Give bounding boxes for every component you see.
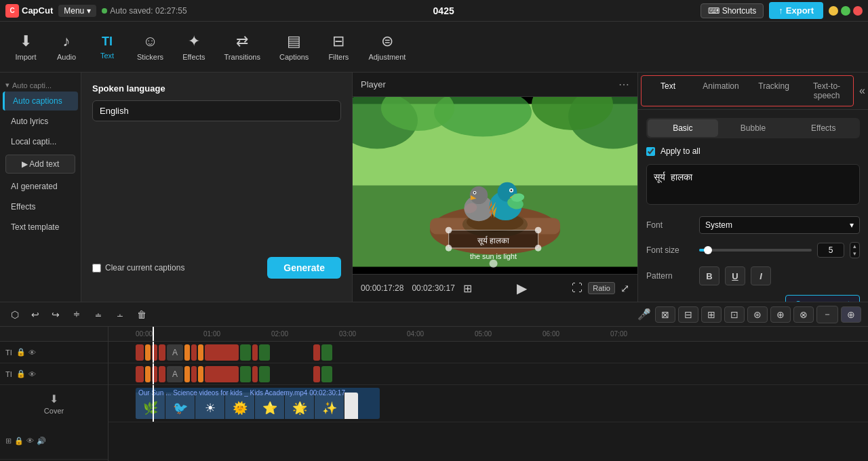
subtab-effects[interactable]: Effects bbox=[788, 119, 859, 137]
track-2-lock[interactable]: 🔒 bbox=[16, 369, 26, 378]
grid-view-button[interactable]: ⊞ bbox=[463, 282, 472, 295]
maximize-button[interactable] bbox=[841, 6, 850, 16]
tl-tool-6[interactable]: ⊕ bbox=[770, 306, 791, 323]
clip[interactable] bbox=[198, 344, 203, 361]
tl-tool-5[interactable]: ⊛ bbox=[747, 306, 768, 323]
font-size-up-button[interactable]: ▴ bbox=[850, 243, 859, 250]
play-button[interactable]: ▶ bbox=[517, 280, 527, 296]
generate-button[interactable]: Generate bbox=[267, 257, 341, 279]
collapse-panel-button[interactable]: « bbox=[856, 82, 868, 100]
clip[interactable] bbox=[145, 344, 151, 361]
clip[interactable] bbox=[321, 344, 332, 361]
ratio-button[interactable]: Ratio bbox=[588, 282, 615, 294]
video-track-speaker[interactable]: 🔊 bbox=[37, 437, 46, 445]
split-video-button[interactable]: ⫠ bbox=[111, 307, 129, 322]
clip[interactable] bbox=[259, 344, 270, 361]
clip[interactable] bbox=[184, 344, 190, 361]
track-2-clips[interactable]: A bbox=[136, 366, 332, 382]
sidebar-item-effects[interactable]: Effects bbox=[3, 197, 78, 216]
sidebar-item-auto-captions[interactable]: Auto captions bbox=[3, 92, 78, 111]
tool-stickers[interactable]: ☺ Stickers bbox=[129, 28, 172, 65]
tool-audio[interactable]: ♪ Audio bbox=[47, 28, 85, 65]
clip[interactable] bbox=[198, 366, 203, 382]
sidebar-item-local-captions[interactable]: Local capti... bbox=[3, 132, 78, 151]
subtab-bubble[interactable]: Bubble bbox=[718, 119, 789, 137]
clip[interactable] bbox=[136, 366, 144, 382]
fullscreen-button[interactable]: ⤢ bbox=[620, 282, 629, 295]
clip[interactable] bbox=[152, 344, 157, 361]
clip[interactable] bbox=[191, 344, 197, 361]
clip[interactable] bbox=[159, 344, 165, 361]
split-audio-button[interactable]: ⫨ bbox=[90, 307, 107, 322]
clip[interactable] bbox=[252, 366, 258, 382]
tab-text[interactable]: Text bbox=[642, 76, 694, 106]
clip[interactable] bbox=[159, 366, 165, 382]
track-1-clips[interactable]: A bbox=[136, 344, 332, 361]
shortcuts-button[interactable]: ⌨ Shortcuts bbox=[701, 3, 764, 18]
menu-button[interactable]: Menu ▾ bbox=[58, 5, 96, 17]
redo-button[interactable]: ↪ bbox=[47, 307, 64, 322]
delete-button[interactable]: 🗑 bbox=[133, 307, 151, 322]
clip-text[interactable]: A bbox=[167, 366, 183, 382]
track-2-eye[interactable]: 👁 bbox=[28, 369, 36, 378]
split-button[interactable]: ⫩ bbox=[68, 307, 85, 322]
clear-captions-checkbox[interactable] bbox=[92, 264, 101, 273]
text-content-input[interactable]: सूर्य हालका bbox=[646, 164, 860, 205]
font-size-input[interactable] bbox=[817, 243, 844, 258]
auto-caption-section[interactable]: ▾ Auto capti... bbox=[0, 78, 81, 91]
clip[interactable] bbox=[240, 344, 251, 361]
clip[interactable] bbox=[321, 366, 332, 382]
select-tool-button[interactable]: ⬡ bbox=[7, 307, 23, 322]
language-select[interactable]: English Spanish French German bbox=[92, 100, 341, 121]
video-track-lock[interactable]: 🔒 bbox=[14, 437, 24, 445]
tool-captions[interactable]: ▤ Captions bbox=[271, 28, 317, 65]
tool-transitions[interactable]: ⇄ Transitions bbox=[216, 28, 269, 65]
clip[interactable] bbox=[152, 366, 157, 382]
tl-tool-4[interactable]: ⊡ bbox=[724, 306, 745, 323]
tool-filters[interactable]: ⊟ Filters bbox=[319, 28, 357, 65]
video-clip[interactable]: Our Sun ... Science videos for kids _ Ki… bbox=[136, 388, 380, 419]
clip[interactable] bbox=[313, 344, 320, 361]
tl-tool-7[interactable]: ⊗ bbox=[793, 306, 814, 323]
microphone-button[interactable]: 🎤 bbox=[637, 308, 651, 321]
cover-track-label[interactable]: ⬇ Cover bbox=[0, 385, 108, 422]
clip-text[interactable]: A bbox=[167, 344, 183, 361]
sidebar-item-auto-lyrics[interactable]: Auto lyrics bbox=[3, 112, 78, 131]
save-preset-button[interactable]: Save as preset bbox=[785, 295, 860, 302]
export-button[interactable]: ↑ Export bbox=[769, 2, 823, 19]
clip[interactable] bbox=[184, 366, 190, 382]
clip[interactable] bbox=[145, 366, 151, 382]
subtab-basic[interactable]: Basic bbox=[648, 119, 718, 137]
clip[interactable] bbox=[313, 366, 320, 382]
add-text-section[interactable]: ▶ Add text bbox=[5, 155, 75, 174]
sidebar-item-text-template[interactable]: Text template bbox=[3, 218, 78, 237]
minimize-button[interactable] bbox=[829, 6, 838, 16]
clip[interactable] bbox=[205, 366, 239, 382]
zoom-in-button[interactable]: ⊕ bbox=[841, 306, 861, 323]
clip[interactable] bbox=[259, 366, 270, 382]
font-size-down-button[interactable]: ▾ bbox=[850, 250, 859, 258]
tl-tool-1[interactable]: ⊠ bbox=[655, 306, 675, 323]
zoom-out-button[interactable]: － bbox=[816, 306, 838, 323]
close-button[interactable] bbox=[853, 6, 863, 16]
tl-tool-2[interactable]: ⊟ bbox=[678, 306, 698, 323]
italic-button[interactable]: I bbox=[751, 266, 771, 285]
slider-thumb[interactable] bbox=[704, 246, 712, 254]
crop-button[interactable]: ⛶ bbox=[572, 282, 583, 294]
font-size-slider[interactable] bbox=[699, 249, 812, 252]
tl-tool-3[interactable]: ⊞ bbox=[701, 306, 722, 323]
tool-import[interactable]: ⬇ Import bbox=[7, 28, 45, 65]
video-track-eye[interactable]: 👁 bbox=[26, 437, 34, 445]
clip[interactable] bbox=[240, 366, 251, 382]
tab-animation[interactable]: Animation bbox=[694, 76, 747, 106]
player-menu-button[interactable]: ⋯ bbox=[618, 78, 629, 91]
video-track-grid[interactable]: ⊞ bbox=[5, 437, 12, 445]
tool-adjustment[interactable]: ⊜ Adjustment bbox=[360, 28, 414, 65]
font-select[interactable]: System ▾ bbox=[699, 216, 860, 234]
undo-button[interactable]: ↩ bbox=[27, 307, 43, 322]
clip[interactable] bbox=[136, 344, 144, 361]
clip[interactable] bbox=[191, 366, 197, 382]
tool-effects[interactable]: ✦ Effects bbox=[174, 28, 213, 65]
sidebar-item-ai-generated[interactable]: AI generated bbox=[3, 177, 78, 196]
track-1-lock[interactable]: 🔒 bbox=[16, 348, 26, 357]
